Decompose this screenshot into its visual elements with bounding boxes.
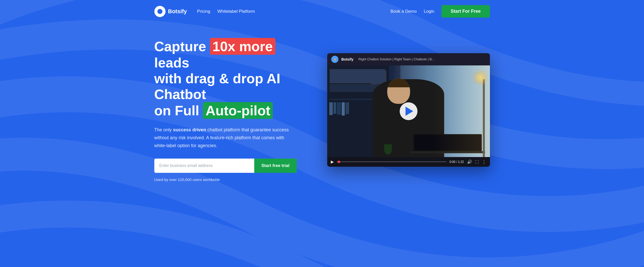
more-options-icon[interactable]: ⋮ bbox=[482, 159, 486, 165]
hero-left-content: Capture 10x more leads with drag & drop … bbox=[154, 38, 312, 182]
heading-mid: leads bbox=[154, 55, 189, 70]
video-channel-info: Botsify bbox=[341, 57, 353, 61]
video-title: Right Chatbot Solution | Right Team | Ch… bbox=[358, 57, 486, 61]
heading-line2: with drag & drop AI Chatbot bbox=[154, 71, 280, 102]
hero-section: Capture 10x more leads with drag & drop … bbox=[154, 23, 490, 202]
heading-highlight-green: Auto-pilot bbox=[203, 102, 273, 119]
heading-pre: Capture bbox=[154, 39, 210, 54]
nav-book-demo[interactable]: Book a Demo bbox=[391, 9, 417, 14]
video-thumbnail[interactable] bbox=[327, 65, 490, 157]
video-play-icon[interactable]: ▶ bbox=[331, 159, 334, 164]
logo-icon bbox=[154, 6, 166, 17]
hero-right-video: 🤖 Botsify Right Chatbot Solution | Right… bbox=[327, 53, 490, 167]
start-free-trial-button[interactable]: Start free trial bbox=[254, 159, 297, 173]
video-top-bar: 🤖 Botsify Right Chatbot Solution | Right… bbox=[327, 53, 490, 65]
subtitle-bold: success driven bbox=[173, 127, 206, 132]
subtitle-pre: The only bbox=[154, 127, 173, 132]
heading-pre3: on Full bbox=[154, 103, 203, 118]
email-form: Start free trial bbox=[154, 159, 297, 173]
social-proof-text: Used by over 120,000 users worldwide bbox=[154, 177, 312, 182]
nav-login[interactable]: Login bbox=[424, 9, 435, 14]
video-channel-logo: 🤖 bbox=[331, 56, 338, 63]
play-triangle-icon bbox=[406, 107, 413, 116]
video-logo-letter: 🤖 bbox=[333, 58, 336, 61]
logo-text: Botsify bbox=[168, 8, 187, 15]
nav-link-whitelabel[interactable]: Whitelabel Platform bbox=[217, 9, 255, 14]
video-container: 🤖 Botsify Right Chatbot Solution | Right… bbox=[327, 53, 490, 167]
video-progress-bar[interactable] bbox=[337, 161, 446, 162]
logo[interactable]: Botsify bbox=[154, 6, 187, 17]
nav-right: Book a Demo Login Start For Free bbox=[391, 5, 490, 18]
hero-subtitle: The only success driven chatbot platform… bbox=[154, 126, 297, 149]
start-for-free-button[interactable]: Start For Free bbox=[441, 5, 490, 18]
progress-dot bbox=[338, 161, 340, 163]
fullscreen-icon[interactable]: ⛶ bbox=[475, 160, 479, 164]
email-input[interactable] bbox=[154, 159, 254, 173]
navbar: Botsify Pricing Whitelabel Platform Book… bbox=[154, 0, 490, 23]
volume-icon[interactable]: 🔊 bbox=[467, 159, 472, 164]
video-time-display: 0:00 / 1:22 bbox=[450, 160, 464, 164]
hero-heading: Capture 10x more leads with drag & drop … bbox=[154, 38, 312, 119]
nav-link-pricing[interactable]: Pricing bbox=[197, 9, 210, 14]
video-channel-name: Botsify bbox=[341, 57, 353, 61]
video-controls: ▶ 0:00 / 1:22 🔊 ⛶ ⋮ bbox=[327, 157, 490, 167]
play-button[interactable] bbox=[400, 102, 417, 120]
heading-highlight-red: 10x more bbox=[210, 38, 275, 55]
nav-links: Pricing Whitelabel Platform bbox=[197, 9, 255, 14]
